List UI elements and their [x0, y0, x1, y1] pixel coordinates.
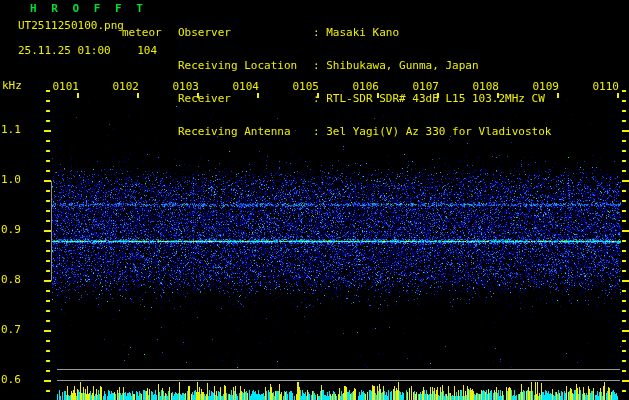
info-row-antenna: Receiving Antenna: 3el Yagi(V) Az 330 fo…: [178, 126, 551, 137]
freq-tick-label: 1.1: [1, 124, 29, 135]
time-tick-label: 0101: [51, 81, 79, 92]
info-row-receiver: Receiver: RTL-SDR SDR# 43dB L15 103.2MHz…: [178, 93, 551, 104]
info-value: 3el Yagi(V) Az 330 for Vladivostok: [326, 126, 551, 137]
info-value: Masaki Kano: [326, 27, 399, 38]
info-label: Observer: [178, 27, 313, 38]
freq-tick-label: 0.7: [1, 324, 29, 335]
app-title: H R O F F T: [30, 3, 147, 14]
time-tick-label: 0103: [171, 81, 199, 92]
info-separator: :: [313, 27, 326, 38]
time-tick-label: 0104: [231, 81, 259, 92]
info-separator: :: [313, 60, 326, 71]
hrofft-screen: H R O F F T UT2511250100.png meteor 25.1…: [0, 0, 629, 400]
freq-axis-unit: kHz: [2, 80, 22, 91]
time-tick-label: 0109: [531, 81, 559, 92]
info-label: Receiver: [178, 93, 313, 104]
freq-tick-label: 0.9: [1, 224, 29, 235]
time-tick-label: 0106: [351, 81, 379, 92]
info-label: Receiving Antenna: [178, 126, 313, 137]
info-separator: :: [313, 93, 326, 104]
freq-tick-label: 0.6: [1, 374, 29, 385]
timestamp-label: 25.11.25 01:00 104: [18, 45, 157, 56]
info-row-observer: Observer: Masaki Kano: [178, 27, 551, 38]
filename-label: UT2511250100.png: [18, 20, 124, 31]
info-row-location: Receiving Location: Shibukawa, Gunma, Ja…: [178, 60, 551, 71]
info-label: Receiving Location: [178, 60, 313, 71]
time-tick-label: 0108: [471, 81, 499, 92]
info-separator: :: [313, 126, 326, 137]
freq-tick-label: 1.0: [1, 174, 29, 185]
station-label: meteor: [122, 27, 162, 38]
info-value: Shibukawa, Gunma, Japan: [326, 60, 478, 71]
time-tick-label: 0105: [291, 81, 319, 92]
freq-tick-label: 0.8: [1, 274, 29, 285]
info-value: RTL-SDR SDR# 43dB L15 103.2MHz CW: [326, 93, 545, 104]
time-tick-label: 0102: [111, 81, 139, 92]
time-tick-label: 0110: [591, 81, 619, 92]
time-tick-label: 0107: [411, 81, 439, 92]
